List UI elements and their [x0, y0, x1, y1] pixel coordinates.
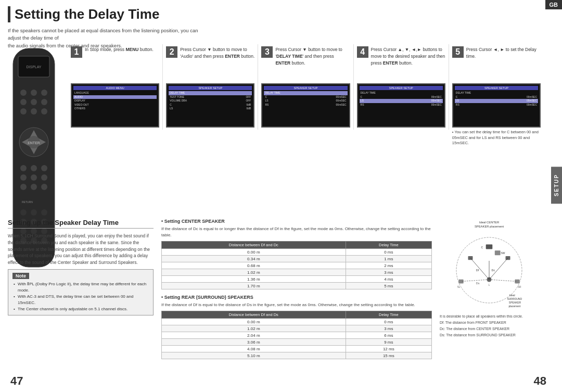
center-col-2: Delay Time [346, 242, 431, 249]
svg-text:SPEAKER: SPEAKER [509, 301, 521, 304]
svg-text:ENTER: ENTER [28, 141, 40, 145]
step-5-screen: SPEAKER SETUP DELAY TIME C00mSEC LS05mSE… [452, 83, 541, 128]
svg-point-8 [41, 99, 47, 105]
table-row: 3.06 m9 ms [162, 339, 432, 346]
svg-point-25 [20, 184, 27, 190]
diagram-label-2: Dc: The distance from CENTER SPEAKER [440, 326, 544, 332]
note-list: With ⅡPL (Dolby Pro Logic II), the delay… [12, 281, 149, 312]
rear-speaker-section: Setting REAR (SURROUND) SPEAKERS If the … [161, 295, 432, 359]
step-3-number: 3 [261, 46, 273, 58]
table-row: 1.02 m3 ms [162, 325, 432, 332]
note-item-3: The Center channel is only adjustable on… [12, 306, 149, 312]
svg-text:Ideal: Ideal [509, 294, 515, 297]
step-3-text: Press Cursor ▼ button to move to 'DELAY … [275, 46, 350, 66]
svg-point-29 [20, 209, 27, 216]
bottom-section: Setting up the Speaker Delay Time When 5… [8, 219, 544, 374]
step-5-text: Press Cursor ◄, ► to set the Delay time. [466, 46, 541, 60]
table-row: 0.00 m0 ms [162, 319, 432, 325]
svg-text:Ideal CENTER: Ideal CENTER [479, 221, 499, 224]
svg-text:SL: SL [457, 286, 461, 288]
svg-point-30 [31, 209, 37, 216]
step-2-number: 2 [166, 46, 177, 58]
svg-text:DISPLAY: DISPLAY [26, 65, 41, 69]
rear-speaker-title: Setting REAR (SURROUND) SPEAKERS [161, 295, 432, 300]
center-speaker-desc: If the distance of Dc is equal to or lon… [161, 226, 432, 238]
note-box: Note With ⅡPL (Dolby Pro Logic II), the … [8, 269, 154, 315]
table-row: 1.02 m3 ms [162, 269, 432, 276]
step-2-text: Press Cursor ▼ button to move to 'Audio'… [180, 46, 254, 60]
rear-col-2: Delay Time [346, 311, 431, 319]
step-1-screen: AUDIO MENU LANGUAGE AUDIO DISPLAY VIDEO … [71, 83, 159, 128]
svg-point-21 [41, 165, 47, 171]
svg-text:RETURN: RETURN [22, 200, 33, 204]
center-col-1: Distance between Df and Dc [162, 242, 346, 249]
speaker-diagram-section: Ideal CENTER SPEAKER placement L C SW SL… [440, 219, 544, 374]
center-speaker-title: Setting CENTER SPEAKER [161, 219, 432, 224]
page-number-right: 48 [534, 374, 546, 388]
svg-point-27 [41, 184, 47, 190]
svg-point-20 [31, 165, 37, 171]
step-1-text: In Stop mode, press MENU button. [85, 46, 154, 53]
svg-line-57 [470, 258, 489, 280]
step-5-number: 5 [452, 46, 464, 58]
step-5: 5 Press Cursor ◄, ► to set the Delay tim… [449, 44, 544, 148]
note-item-2: With AC-3 and DTS, the delay time can be… [12, 294, 149, 306]
svg-text:SURROUND: SURROUND [507, 298, 522, 300]
diagram-label-3: Ds: The distance from SURROUND SPEAKER [440, 332, 544, 338]
rear-col-1: Distance between Df and Ds [162, 311, 346, 319]
bottom-title: Setting up the Speaker Delay Time [8, 219, 154, 229]
step-4-text: Press Cursor ▲, ▼, ◄,► buttons to move t… [371, 46, 445, 66]
bottom-intro: When 5.1CH Surround Sound is played, you… [8, 233, 154, 266]
svg-text:placement: placement [509, 305, 521, 308]
svg-point-31 [41, 209, 47, 216]
svg-text:Ds: Ds [476, 282, 480, 285]
step-1-number: 1 [71, 46, 82, 58]
svg-point-26 [31, 184, 37, 190]
setup-sidebar: SETUP [551, 167, 562, 204]
svg-point-9 [20, 108, 27, 115]
svg-rect-46 [486, 245, 493, 249]
table-row: 2.04 m6 ms [162, 332, 432, 339]
step-3: 3 Press Cursor ▼ button to move to 'DELA… [258, 44, 353, 130]
page-title: Setting the Delay Time [8, 6, 159, 22]
svg-point-19 [20, 165, 27, 171]
table-row: 1.70 m5 ms [162, 283, 432, 289]
svg-text:L: L [489, 284, 490, 286]
svg-line-61 [461, 280, 489, 282]
step-1: 1 In Stop mode, press MENU button. AUDIO… [68, 44, 163, 130]
svg-point-6 [20, 99, 27, 105]
svg-point-23 [31, 174, 37, 181]
step-2-screen: SPEAKER SETUP DELAY TIME TEST TONEOFF VO… [166, 83, 254, 128]
svg-point-24 [41, 174, 47, 181]
svg-text:SW: SW [501, 252, 505, 255]
step-3-screen: SPEAKER SETUP DELAY TIME C00mSEC LS00mSE… [261, 83, 350, 128]
svg-point-5 [41, 90, 47, 96]
step-4-screen: SPEAKER SETUP DELAY TIME C00mSEC LS00mSE… [357, 83, 445, 128]
table-row: 0.34 m1 ms [162, 256, 432, 262]
gb-badge: GB [545, 0, 563, 9]
center-speaker-section: Setting CENTER SPEAKER If the distance o… [161, 219, 432, 289]
svg-point-3 [20, 90, 27, 96]
rear-speaker-table: Distance between Df and Ds Delay Time 0.… [161, 311, 432, 359]
table-row: 4.08 m12 ms [162, 346, 432, 352]
svg-point-7 [31, 99, 37, 105]
svg-rect-48 [495, 250, 501, 255]
table-row: 0.00 m0 ms [162, 249, 432, 256]
svg-point-22 [20, 174, 27, 181]
step-4-number: 4 [357, 46, 368, 58]
svg-text:Dc: Dc [492, 269, 495, 272]
steps-container: 1 In Stop mode, press MENU button. AUDIO… [68, 44, 544, 148]
bottom-middle: Setting CENTER SPEAKER If the distance o… [161, 219, 432, 374]
step-5-note: • You can set the delay time for C betwe… [452, 130, 541, 146]
diagram-label-1: Df: The distance from FRONT SPEAKER [440, 320, 544, 326]
rear-speaker-desc: If the distance of Df is equal to the di… [161, 302, 432, 308]
svg-point-10 [31, 108, 37, 115]
svg-line-62 [489, 280, 517, 282]
svg-text:C: C [481, 246, 483, 249]
center-speaker-table: Distance between Df and Dc Delay Time 0.… [161, 241, 432, 289]
page-number-left: 47 [10, 374, 23, 388]
svg-text:SR: SR [518, 286, 521, 288]
table-row: 0.68 m2 ms [162, 262, 432, 269]
table-row: 1.36 m4 ms [162, 276, 432, 283]
diagram-circle-note: It is desirable to place all speakers wi… [440, 313, 544, 320]
